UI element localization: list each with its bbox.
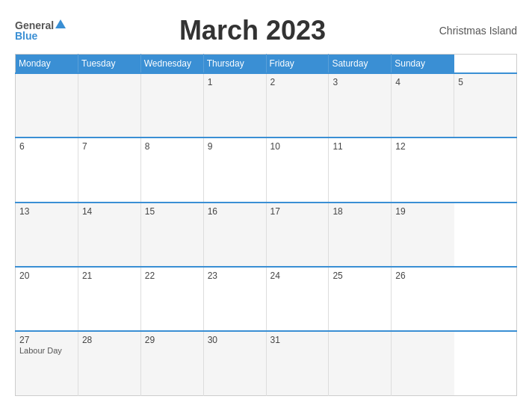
calendar-day-cell: 3: [329, 73, 392, 137]
logo-general-text: General: [15, 20, 54, 31]
day-number: 1: [208, 77, 262, 87]
logo: General Blue: [15, 20, 66, 41]
logo-blue-text: Blue: [15, 31, 37, 41]
calendar-header-row: MondayTuesdayWednesdayThursdayFridaySatu…: [16, 55, 517, 74]
calendar-day-cell: 23: [203, 267, 266, 331]
calendar-week-row: 6789101112: [16, 137, 517, 202]
day-number: 5: [458, 77, 513, 87]
day-number: 13: [19, 206, 74, 217]
location-label: Christmas Island: [439, 25, 517, 37]
calendar-day-cell: 2: [266, 73, 329, 137]
calendar-day-cell: 6: [16, 137, 78, 202]
calendar-day-cell: 15: [140, 203, 203, 267]
calendar-day-cell: [16, 73, 78, 137]
calendar-day-cell: 21: [78, 267, 140, 331]
day-number: 17: [270, 206, 325, 217]
calendar-day-cell: 20: [16, 267, 78, 331]
calendar-day-cell: 22: [140, 267, 203, 331]
day-number: 20: [19, 271, 74, 281]
logo-triangle-icon: [55, 19, 66, 28]
calendar-day-cell: 11: [329, 137, 392, 202]
day-number: 28: [82, 335, 137, 345]
calendar-body: 1234567891011121314151617181920212223242…: [16, 73, 517, 396]
day-number: 30: [208, 335, 262, 345]
day-number: 26: [395, 271, 450, 281]
calendar-day-cell: 19: [392, 203, 454, 267]
day-number: 15: [145, 206, 200, 217]
day-number: 25: [332, 271, 387, 281]
calendar-day-cell: 26: [392, 267, 454, 331]
calendar-day-cell: 18: [329, 203, 392, 267]
day-number: 3: [332, 77, 387, 87]
calendar-day-cell: 24: [266, 267, 329, 331]
calendar-day-cell: [392, 331, 454, 395]
day-number: 4: [395, 77, 450, 87]
day-number: 8: [145, 141, 200, 152]
calendar-day-cell: 5: [454, 73, 517, 137]
calendar-day-cell: 27Labour Day: [16, 331, 78, 395]
day-number: 29: [145, 335, 200, 345]
day-number: 21: [82, 271, 137, 281]
calendar-day-cell: 9: [203, 137, 266, 202]
day-number: 19: [395, 206, 450, 217]
day-number: 12: [395, 141, 450, 152]
day-number: 9: [208, 141, 262, 152]
calendar-day-cell: 8: [140, 137, 203, 202]
day-number: 2: [270, 77, 325, 87]
calendar-day-cell: 14: [78, 203, 140, 267]
calendar-day-cell: 10: [266, 137, 329, 202]
calendar-day-cell: 29: [140, 331, 203, 395]
calendar-day-header: Friday: [266, 55, 329, 74]
calendar-day-header: Saturday: [329, 55, 392, 74]
day-number: 10: [270, 141, 325, 152]
calendar-day-cell: 13: [16, 203, 78, 267]
calendar-day-header: Wednesday: [140, 55, 203, 74]
calendar-day-cell: 7: [78, 137, 140, 202]
calendar-day-cell: [78, 73, 140, 137]
calendar-day-header: Thursday: [203, 55, 266, 74]
calendar-week-row: 20212223242526: [16, 267, 517, 331]
calendar-title: March 2023: [66, 15, 439, 46]
calendar-day-header: Sunday: [392, 55, 454, 74]
day-number: 6: [19, 141, 74, 152]
calendar-week-row: 27Labour Day28293031: [16, 331, 517, 395]
day-number: 11: [332, 141, 387, 152]
calendar-week-row: 13141516171819: [16, 203, 517, 267]
page-header: General Blue March 2023 Christmas Island: [15, 15, 517, 46]
calendar-day-cell: [140, 73, 203, 137]
calendar-day-cell: 28: [78, 331, 140, 395]
calendar-day-cell: 1: [203, 73, 266, 137]
calendar-day-cell: 4: [392, 73, 454, 137]
calendar-day-cell: 17: [266, 203, 329, 267]
day-number: 7: [82, 141, 137, 152]
day-number: 24: [270, 271, 325, 281]
calendar-day-cell: 31: [266, 331, 329, 395]
calendar-week-row: 12345: [16, 73, 517, 137]
day-number: 16: [208, 206, 262, 217]
calendar-day-cell: 16: [203, 203, 266, 267]
day-number: 22: [145, 271, 200, 281]
day-number: 31: [270, 335, 325, 345]
calendar-table: MondayTuesdayWednesdayThursdayFridaySatu…: [15, 54, 517, 396]
day-number: 14: [82, 206, 137, 217]
calendar-day-cell: 30: [203, 331, 266, 395]
calendar-day-header: Tuesday: [78, 55, 140, 74]
day-event: Labour Day: [19, 346, 62, 355]
day-number: 27: [19, 335, 74, 345]
calendar-day-header: Monday: [16, 55, 78, 74]
calendar-day-cell: 25: [329, 267, 392, 331]
day-number: 18: [332, 206, 387, 217]
calendar-day-cell: 12: [392, 137, 454, 202]
day-number: 23: [208, 271, 262, 281]
calendar-day-cell: [329, 331, 392, 395]
